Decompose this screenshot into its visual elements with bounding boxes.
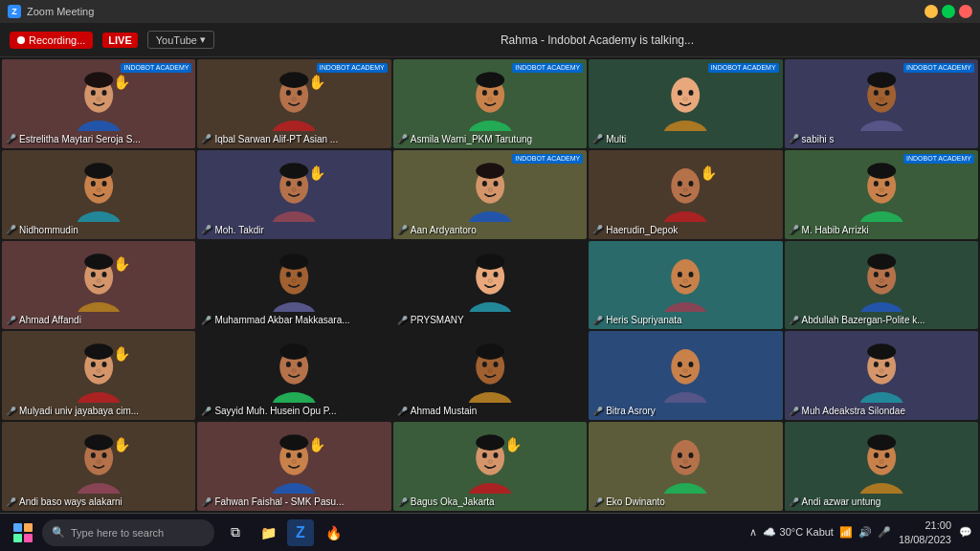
notification-icon[interactable]: 💬 <box>959 526 972 539</box>
task-view-button[interactable]: ⧉ <box>222 519 249 546</box>
svg-point-115 <box>683 369 687 372</box>
video-tile[interactable]: ✋INDOBOT ACADEMY🎤 Iqbal Sarwan Alif-PT A… <box>197 59 390 148</box>
svg-point-134 <box>280 434 309 451</box>
svg-point-46 <box>482 181 487 187</box>
taskbar: 🔍 Type here to search ⧉ 📁 Z 🔥 ∧ ☁️ 30°C … <box>0 513 980 551</box>
svg-point-109 <box>488 369 492 372</box>
video-tile[interactable]: 🎤 Nidhommudin <box>2 150 195 239</box>
participant-name-label: 🎤 Andi azwar untung <box>789 496 881 507</box>
svg-point-16 <box>482 90 487 96</box>
participant-name-label: 🎤 Haerudin_Depok <box>592 225 678 235</box>
svg-point-105 <box>468 392 513 403</box>
participant-name-label: 🎤 Mulyadi univ jayabaya cim... <box>6 406 139 416</box>
video-tile[interactable]: ✋🎤 Moh. Takdir <box>197 150 390 239</box>
svg-point-36 <box>84 163 113 179</box>
search-bar[interactable]: 🔍 Type here to search <box>42 519 214 546</box>
youtube-label: YouTube <box>156 34 197 46</box>
file-explorer-button[interactable]: 📁 <box>255 519 281 546</box>
svg-text:✋: ✋ <box>113 436 131 453</box>
svg-point-9 <box>286 90 291 96</box>
svg-point-121 <box>867 344 896 361</box>
clock-time: 21:00 <box>899 518 951 532</box>
video-tile[interactable]: INDOBOT ACADEMY🎤 M. Habib Arrizki <box>785 150 978 239</box>
browser-taskbar-button[interactable]: 🔥 <box>320 519 346 546</box>
participant-name-label: 🎤 Iqbal Sarwan Alif-PT Asian ... <box>201 134 338 144</box>
zoom-app-icon: Z <box>8 5 21 18</box>
weather-display: ☁️ 30°C Kabut <box>763 526 833 539</box>
svg-point-99 <box>272 392 317 403</box>
svg-point-124 <box>91 452 96 458</box>
svg-point-59 <box>884 181 889 187</box>
recording-button[interactable]: Recording... <box>10 32 93 49</box>
video-tile[interactable]: 🎤 Sayyid Muh. Husein Opu P... <box>197 331 390 420</box>
video-tile[interactable]: 🎤 Bitra Asrory <box>589 331 782 420</box>
video-tile[interactable]: 🎤 Eko Dwinanto <box>589 422 782 511</box>
video-tile[interactable]: ✋🎤 Haerudin_Depok <box>589 150 782 239</box>
video-tile[interactable]: 🎤 Andi azwar untung <box>785 422 978 511</box>
tray-arrow[interactable]: ∧ <box>749 526 757 539</box>
window-controls: — □ ✕ <box>924 5 972 18</box>
svg-point-97 <box>84 344 113 361</box>
video-tile[interactable]: 🎤 Abdullah Bazergan-Polite k... <box>785 241 978 330</box>
svg-point-153 <box>867 434 896 451</box>
svg-text:✋: ✋ <box>700 165 718 182</box>
svg-point-75 <box>468 302 513 313</box>
svg-point-114 <box>689 362 694 367</box>
video-tile[interactable]: ✋🎤 Ahmad Affandi <box>2 241 195 330</box>
participant-name-label: 🎤 Eko Dwinanto <box>592 496 665 507</box>
participant-name-label: 🎤 Ahmad Mustain <box>397 406 477 416</box>
live-badge: LIVE <box>102 33 137 48</box>
svg-point-42 <box>280 163 309 179</box>
svg-point-133 <box>293 460 297 463</box>
video-tile[interactable]: 🎤 PRYSMANY <box>393 241 587 330</box>
video-tile[interactable]: ✋🎤 Bagus Oka_Jakarta <box>393 422 587 511</box>
video-tile[interactable]: INDOBOT ACADEMY🎤 sabihi s <box>785 59 978 148</box>
video-tile[interactable]: 🎤 Muhammad Akbar Makkasara... <box>197 241 390 330</box>
svg-point-14 <box>468 121 513 131</box>
close-button[interactable]: ✕ <box>959 5 972 18</box>
svg-text:✋: ✋ <box>504 436 523 453</box>
svg-point-19 <box>476 72 504 88</box>
video-tile[interactable]: INDOBOT ACADEMY🎤 Multi <box>589 59 782 148</box>
svg-point-116 <box>859 392 904 403</box>
svg-point-58 <box>873 181 878 187</box>
svg-point-41 <box>293 188 297 191</box>
minimize-button[interactable]: — <box>924 5 938 18</box>
participant-name-label: 🎤 Andi baso ways alakarni <box>6 496 122 507</box>
video-tile[interactable]: 🎤 Muh Adeakstra Silondae <box>785 331 978 420</box>
youtube-button[interactable]: YouTube ▾ <box>147 31 214 49</box>
video-tile[interactable]: ✋🎤 Fahwan Faishal - SMK Pasu... <box>197 422 390 511</box>
participant-name-label: 🎤 sabihi s <box>789 134 835 144</box>
active-speaker-indicator: Rahma - Indobot Academy is talking... <box>224 33 970 47</box>
video-tile[interactable]: ✋INDOBOT ACADEMY🎤 Estrelitha Maytari Ser… <box>2 59 195 148</box>
video-tile[interactable]: ✋🎤 Mulyadi univ jayabaya cim... <box>2 331 195 420</box>
start-button[interactable] <box>8 518 38 548</box>
svg-point-107 <box>482 362 487 367</box>
participant-name-label: 🎤 Asmila Warni_PKM Tarutung <box>397 134 532 144</box>
svg-point-33 <box>91 181 96 187</box>
svg-point-83 <box>678 272 682 277</box>
toolbar: Recording... LIVE YouTube ▾ Rahma - Indo… <box>0 23 980 57</box>
svg-point-131 <box>286 452 291 458</box>
svg-point-122 <box>77 483 122 494</box>
video-tile[interactable]: INDOBOT ACADEMY🎤 Aan Ardyantoro <box>393 150 587 239</box>
maximize-button[interactable]: □ <box>942 5 955 18</box>
svg-point-139 <box>493 452 498 458</box>
video-grid: ✋INDOBOT ACADEMY🎤 Estrelitha Maytari Ser… <box>0 57 980 513</box>
video-tile[interactable]: INDOBOT ACADEMY🎤 Asmila Warni_PKM Tarutu… <box>393 59 587 148</box>
svg-point-125 <box>102 452 107 458</box>
svg-point-23 <box>689 90 694 96</box>
svg-point-140 <box>488 460 492 463</box>
video-tile[interactable]: 🎤 Ahmad Mustain <box>393 331 587 420</box>
svg-point-91 <box>867 253 896 270</box>
svg-point-17 <box>493 90 498 96</box>
video-tile[interactable]: 🎤 Heris Supriyanata <box>589 241 782 330</box>
zoom-taskbar-button[interactable]: Z <box>287 519 314 546</box>
svg-point-112 <box>671 350 700 386</box>
svg-point-102 <box>298 362 302 367</box>
participant-name-label: 🎤 Bitra Asrory <box>592 406 656 416</box>
svg-point-47 <box>493 181 498 187</box>
svg-point-127 <box>84 434 113 451</box>
svg-point-62 <box>77 302 122 313</box>
video-tile[interactable]: ✋🎤 Andi baso ways alakarni <box>2 422 195 511</box>
